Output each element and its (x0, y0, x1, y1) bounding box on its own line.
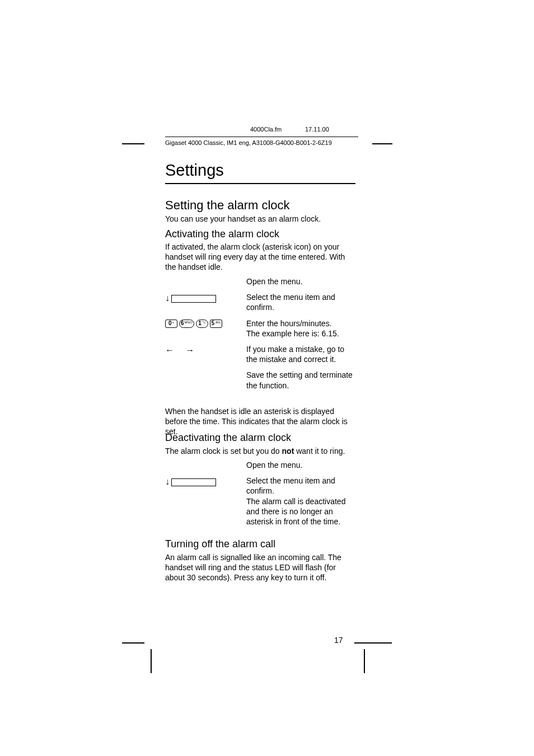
section-heading: Setting the alarm clock (165, 198, 355, 213)
step-text: Open the menu. (246, 460, 355, 470)
step-row: Save the setting and terminate the funct… (165, 370, 355, 390)
step-text: Enter the hours/minutes. The example her… (246, 318, 355, 339)
down-arrow-icon: ↓ (165, 477, 170, 487)
step-text: If you make a mistake, go to the mistake… (246, 344, 355, 364)
key-digit: 6 (181, 321, 184, 326)
deactivate-intro: The alarm clock is set but you do not wa… (165, 446, 355, 456)
page-number: 17 (334, 636, 343, 645)
turnoff-body: An alarm call is signalled like an incom… (165, 552, 355, 583)
keycap-5: 5JKL (210, 320, 223, 328)
step-row: ↓ Select the menu item and confirm. (165, 292, 355, 312)
crop-mark (372, 143, 392, 144)
header-rule (165, 137, 358, 137)
key-sup: + (172, 321, 175, 324)
step-row: 0+ 6MNO 1⌥ 5JKL Enter the hours/minutes.… (165, 318, 355, 339)
text: The alarm clock is set but you do (165, 447, 282, 456)
key-sup: JKL (215, 321, 221, 324)
step-text: Open the menu. (246, 276, 355, 287)
step-row: ← → If you make a mistake, go to the mis… (165, 344, 355, 364)
key-digit: 5 (212, 321, 215, 326)
header-product: Gigaset 4000 Classic, IM1 eng, A31008-G4… (165, 139, 332, 146)
softkey-icon (171, 295, 216, 303)
step-text: Save the setting and terminate the funct… (246, 370, 355, 390)
section-intro: You can use your handset as an alarm clo… (165, 214, 355, 224)
step-text: Select the menu item and confirm. (246, 292, 355, 312)
key-digit: 0 (168, 321, 172, 326)
key-digit: 1 (198, 321, 202, 326)
step-row: ↓ Select the menu item and confirm. The … (165, 476, 355, 527)
turnoff-heading: Turning off the alarm call (165, 538, 355, 550)
keycap-0: 0+ (165, 320, 177, 328)
page-title: Settings (165, 162, 355, 180)
crop-mark (122, 143, 144, 144)
activate-intro: If activated, the alarm clock (asterisk … (165, 242, 355, 273)
down-arrow-icon: ↓ (165, 293, 170, 303)
left-right-arrow-icon: ← → (165, 345, 199, 355)
crop-mark (364, 649, 365, 673)
step-text: Select the menu item and confirm. The al… (246, 476, 355, 527)
title-rule (165, 183, 355, 184)
activate-heading: Activating the alarm clock (165, 228, 355, 240)
header-file: 4000Cla.fm (250, 126, 282, 133)
step-row: Open the menu. (165, 460, 355, 470)
text: want it to ring. (294, 447, 345, 456)
key-sup: MNO (185, 321, 193, 324)
softkey-icon (171, 478, 216, 486)
deactivate-heading: Deactivating the alarm clock (165, 432, 355, 444)
keycap-6: 6MNO (179, 320, 194, 328)
step-row: Open the menu. (165, 276, 355, 287)
crop-mark (122, 642, 144, 644)
header-date: 17.11.00 (305, 126, 329, 133)
crop-mark (354, 642, 392, 644)
crop-mark (151, 649, 152, 673)
text-bold: not (282, 447, 294, 456)
keycap-1: 1⌥ (196, 320, 208, 328)
